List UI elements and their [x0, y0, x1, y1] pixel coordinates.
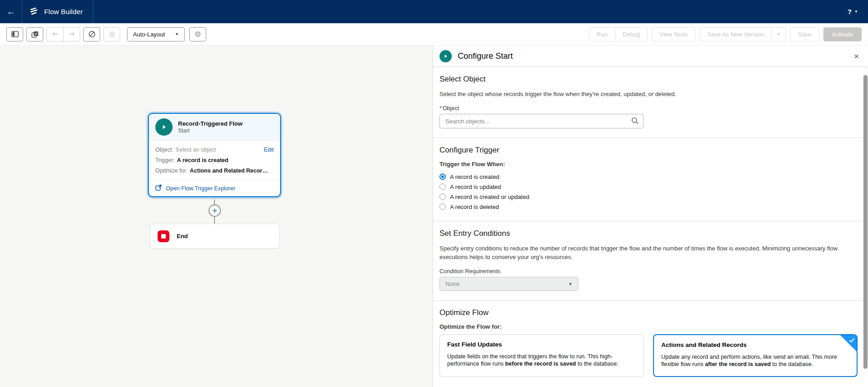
- close-icon[interactable]: ×: [851, 52, 862, 61]
- object-field-label: *Object: [439, 105, 862, 112]
- entry-conditions-description: Specify entry conditions to reduce the n…: [439, 244, 862, 261]
- undo-icon: [51, 31, 59, 37]
- activate-button[interactable]: Activate: [823, 27, 862, 41]
- app-brand: Flow Builder: [22, 0, 93, 23]
- disable-element-button[interactable]: [83, 27, 100, 41]
- card-actions-and-related-records[interactable]: Actions and Related Records Update any r…: [653, 334, 858, 377]
- start-node-body: Object: Select an object Edit Trigger: A…: [149, 141, 280, 180]
- panel-scrollbar-thumb[interactable]: [863, 75, 868, 369]
- undo-button[interactable]: [46, 27, 63, 41]
- start-play-icon-small: [439, 50, 452, 62]
- end-node[interactable]: End: [150, 224, 280, 249]
- radio-record-deleted[interactable]: A record is deleted: [439, 202, 862, 212]
- radio-label: A record is updated: [450, 183, 501, 190]
- entry-conditions-section: Set Entry Conditions Specify entry condi…: [433, 221, 868, 291]
- entry-conditions-heading: Set Entry Conditions: [439, 229, 862, 238]
- card-title: Fast Field Updates: [447, 341, 636, 348]
- edit-link[interactable]: Edit: [264, 145, 274, 155]
- card-fast-field-updates[interactable]: Fast Field Updates Update fields on the …: [439, 334, 644, 377]
- panel-title: Configure Start: [458, 51, 513, 61]
- optimize-cards: Fast Field Updates Update fields on the …: [439, 334, 862, 377]
- top-navigation-bar: ← Flow Builder ? ▼: [0, 0, 868, 23]
- card-body: Update any record and perform actions, l…: [661, 353, 843, 368]
- select-elements-button[interactable]: [26, 27, 43, 41]
- save-as-new-version-group: Save As New Version ▼: [700, 27, 786, 41]
- condition-requirements-label: Condition Requirements: [439, 268, 862, 275]
- radio-record-created[interactable]: A record is created: [439, 172, 862, 182]
- configure-trigger-heading: Configure Trigger: [439, 146, 862, 155]
- flow-builder-app: ← Flow Builder ? ▼: [0, 0, 868, 387]
- optimize-for-label: Optimize the Flow for:: [439, 323, 862, 330]
- start-node-object-row: Object: Select an object Edit: [155, 145, 274, 155]
- copy-elements-icon: [31, 31, 39, 38]
- card-body-text: to the database.: [576, 361, 618, 367]
- card-title: Actions and Related Records: [661, 341, 849, 348]
- redo-button[interactable]: [63, 27, 80, 41]
- help-menu-button[interactable]: ? ▼: [848, 8, 858, 15]
- start-node-optimize-row: Optimize for: Actions and Related Record…: [155, 166, 274, 176]
- object-value: Select an object: [176, 145, 216, 155]
- select-object-heading: Select Object: [439, 75, 862, 84]
- undo-redo-group: [46, 27, 80, 41]
- card-body-bold: after the record is saved: [705, 361, 771, 367]
- save-button[interactable]: Save: [790, 27, 819, 41]
- chevron-down-icon: ▼: [854, 10, 858, 14]
- search-icon: [631, 117, 639, 127]
- run-button[interactable]: Run: [589, 27, 615, 41]
- app-title: Flow Builder: [44, 8, 83, 15]
- object-search-field: [439, 114, 643, 128]
- layout-mode-value: Auto-Layout: [133, 31, 165, 38]
- start-play-icon: [155, 118, 173, 136]
- back-arrow-icon: ←: [7, 7, 15, 17]
- back-button[interactable]: ←: [0, 0, 22, 23]
- radio-label: A record is created or updated: [450, 194, 529, 200]
- radio-record-created-or-updated[interactable]: A record is created or updated: [439, 192, 862, 202]
- object-label: Object:: [155, 145, 174, 155]
- end-icon: [158, 230, 169, 242]
- panel-scrollbar-track[interactable]: [863, 67, 868, 365]
- open-flow-trigger-explorer-link[interactable]: Open Flow Trigger Explorer: [149, 180, 280, 196]
- select-object-description: Select the object whose records trigger …: [439, 90, 862, 98]
- radio-icon: [439, 194, 446, 200]
- toolbar-actions: Run Debug View Tests Save As New Version…: [589, 27, 862, 41]
- chevron-down-icon: ▼: [776, 32, 781, 36]
- toggle-toolbox-button[interactable]: [6, 27, 23, 41]
- flow-builder-logo-icon: [30, 7, 40, 16]
- radio-icon: [439, 183, 446, 190]
- toolbox-panel-icon: [11, 31, 19, 37]
- save-as-new-version-button[interactable]: Save As New Version: [700, 27, 771, 41]
- flow-canvas[interactable]: Record-Triggered Flow Start Object: Sele…: [0, 46, 433, 387]
- open-flow-trigger-explorer-label: Open Flow Trigger Explorer: [166, 185, 235, 192]
- layout-mode-dropdown[interactable]: Auto-Layout ▼: [127, 27, 185, 41]
- trigger-label: Trigger:: [155, 155, 175, 166]
- radio-label: A record is created: [450, 173, 499, 180]
- add-element-button[interactable]: +: [209, 204, 221, 217]
- trigger-when-label: Trigger the Flow When:: [439, 161, 862, 168]
- radio-icon: [439, 204, 446, 210]
- start-node-title: Record-Triggered Flow: [178, 120, 243, 127]
- start-node-subtitle: Start: [178, 127, 243, 134]
- external-link-icon: [155, 184, 162, 192]
- start-node-titles: Record-Triggered Flow Start: [178, 120, 243, 134]
- canvas-view-options-button[interactable]: [189, 27, 206, 41]
- flow-settings-button[interactable]: [103, 27, 120, 41]
- gear-badge-icon: [194, 31, 202, 38]
- plus-icon: +: [212, 206, 217, 215]
- select-object-section: Select Object Select the object whose re…: [433, 67, 868, 128]
- save-as-new-version-caret-button[interactable]: ▼: [771, 27, 786, 41]
- radio-record-updated[interactable]: A record is updated: [439, 182, 862, 192]
- start-node[interactable]: Record-Triggered Flow Start Object: Sele…: [148, 113, 281, 197]
- panel-body: Select Object Select the object whose re…: [433, 67, 868, 387]
- start-node-header: Record-Triggered Flow Start: [149, 114, 280, 141]
- canvas-toolbar: Auto-Layout ▼ Run Debug View Tests Save …: [0, 23, 868, 46]
- debug-button[interactable]: Debug: [615, 27, 648, 41]
- condition-requirements-select[interactable]: None ▼: [439, 277, 578, 291]
- gear-icon: [108, 31, 116, 38]
- card-body-text: to the database.: [771, 361, 813, 367]
- card-body: Update fields on the record that trigger…: [447, 353, 629, 367]
- header-divider-2: [93, 0, 93, 23]
- chevron-down-icon: ▼: [175, 32, 179, 36]
- view-tests-button[interactable]: View Tests: [652, 27, 695, 41]
- object-search-input[interactable]: [439, 114, 643, 128]
- start-node-trigger-row: Trigger: A record is created: [155, 155, 274, 166]
